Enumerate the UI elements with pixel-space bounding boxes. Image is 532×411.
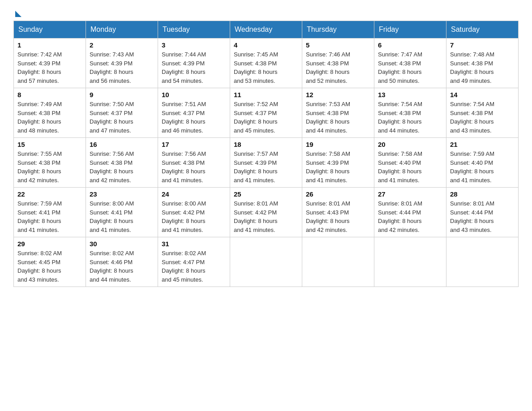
day-number: 21	[450, 141, 515, 148]
day-info: Sunrise: 7:57 AM Sunset: 4:39 PM Dayligh…	[234, 150, 298, 184]
day-info: Sunrise: 7:56 AM Sunset: 4:38 PM Dayligh…	[90, 150, 154, 184]
calendar-cell: 7 Sunrise: 7:48 AM Sunset: 4:38 PM Dayli…	[446, 39, 519, 88]
day-info: Sunrise: 8:02 AM Sunset: 4:47 PM Dayligh…	[162, 249, 226, 284]
day-number: 10	[162, 91, 226, 98]
calendar-cell: 17 Sunrise: 7:56 AM Sunset: 4:38 PM Dayl…	[158, 138, 230, 188]
weekday-header-wednesday: Wednesday	[230, 21, 302, 39]
week-row-2: 8 Sunrise: 7:49 AM Sunset: 4:38 PM Dayli…	[14, 88, 519, 138]
calendar-cell: 25 Sunrise: 8:01 AM Sunset: 4:42 PM Dayl…	[230, 188, 302, 237]
day-info: Sunrise: 7:51 AM Sunset: 4:37 PM Dayligh…	[162, 100, 226, 135]
calendar-cell: 23 Sunrise: 8:00 AM Sunset: 4:41 PM Dayl…	[86, 188, 158, 237]
day-number: 11	[234, 91, 298, 98]
week-row-4: 22 Sunrise: 7:59 AM Sunset: 4:41 PM Dayl…	[14, 188, 519, 237]
day-info: Sunrise: 7:50 AM Sunset: 4:37 PM Dayligh…	[90, 100, 154, 135]
day-number: 28	[450, 190, 515, 198]
calendar-cell: 15 Sunrise: 7:55 AM Sunset: 4:38 PM Dayl…	[14, 138, 86, 188]
calendar-cell: 10 Sunrise: 7:51 AM Sunset: 4:37 PM Dayl…	[158, 88, 230, 138]
calendar-cell: 29 Sunrise: 8:02 AM Sunset: 4:45 PM Dayl…	[14, 237, 86, 287]
day-number: 15	[17, 141, 82, 148]
calendar-cell: 11 Sunrise: 7:52 AM Sunset: 4:37 PM Dayl…	[230, 88, 302, 138]
day-info: Sunrise: 7:58 AM Sunset: 4:40 PM Dayligh…	[378, 150, 442, 184]
day-number: 27	[378, 190, 442, 198]
day-info: Sunrise: 8:02 AM Sunset: 4:46 PM Dayligh…	[90, 249, 154, 284]
day-info: Sunrise: 7:56 AM Sunset: 4:38 PM Dayligh…	[162, 150, 226, 184]
day-number: 18	[234, 141, 298, 148]
weekday-header-monday: Monday	[86, 21, 158, 39]
day-number: 20	[378, 141, 442, 148]
calendar-cell: 31 Sunrise: 8:02 AM Sunset: 4:47 PM Dayl…	[158, 237, 230, 287]
day-number: 24	[162, 190, 226, 198]
day-info: Sunrise: 7:47 AM Sunset: 4:38 PM Dayligh…	[378, 50, 442, 85]
calendar-cell	[446, 237, 519, 287]
calendar-cell: 24 Sunrise: 8:00 AM Sunset: 4:42 PM Dayl…	[158, 188, 230, 237]
weekday-header-row: SundayMondayTuesdayWednesdayThursdayFrid…	[14, 21, 519, 39]
day-number: 26	[306, 190, 370, 198]
week-row-5: 29 Sunrise: 8:02 AM Sunset: 4:45 PM Dayl…	[14, 237, 519, 287]
calendar-cell: 20 Sunrise: 7:58 AM Sunset: 4:40 PM Dayl…	[374, 138, 446, 188]
day-info: Sunrise: 7:55 AM Sunset: 4:38 PM Dayligh…	[17, 150, 82, 184]
day-info: Sunrise: 8:02 AM Sunset: 4:45 PM Dayligh…	[17, 249, 82, 284]
day-number: 7	[450, 41, 515, 49]
day-info: Sunrise: 7:43 AM Sunset: 4:39 PM Dayligh…	[90, 50, 154, 85]
calendar-cell: 5 Sunrise: 7:46 AM Sunset: 4:38 PM Dayli…	[302, 39, 374, 88]
day-number: 9	[90, 91, 154, 98]
calendar-cell: 14 Sunrise: 7:54 AM Sunset: 4:38 PM Dayl…	[446, 88, 519, 138]
day-info: Sunrise: 8:01 AM Sunset: 4:44 PM Dayligh…	[378, 199, 442, 234]
day-number: 1	[17, 41, 82, 49]
calendar-cell: 27 Sunrise: 8:01 AM Sunset: 4:44 PM Dayl…	[374, 188, 446, 237]
day-info: Sunrise: 8:01 AM Sunset: 4:44 PM Dayligh…	[450, 199, 515, 234]
calendar-cell: 2 Sunrise: 7:43 AM Sunset: 4:39 PM Dayli…	[86, 39, 158, 88]
weekday-header-saturday: Saturday	[446, 21, 519, 39]
calendar-cell: 8 Sunrise: 7:49 AM Sunset: 4:38 PM Dayli…	[14, 88, 86, 138]
day-number: 2	[90, 41, 154, 49]
calendar-cell	[230, 237, 302, 287]
day-info: Sunrise: 7:59 AM Sunset: 4:41 PM Dayligh…	[17, 199, 82, 234]
weekday-header-tuesday: Tuesday	[158, 21, 230, 39]
day-number: 12	[306, 91, 370, 98]
calendar-cell: 19 Sunrise: 7:58 AM Sunset: 4:39 PM Dayl…	[302, 138, 374, 188]
day-number: 25	[234, 190, 298, 198]
day-info: Sunrise: 7:48 AM Sunset: 4:38 PM Dayligh…	[450, 50, 515, 85]
day-info: Sunrise: 8:01 AM Sunset: 4:42 PM Dayligh…	[234, 199, 298, 234]
day-info: Sunrise: 7:58 AM Sunset: 4:39 PM Dayligh…	[306, 150, 370, 184]
day-info: Sunrise: 7:53 AM Sunset: 4:38 PM Dayligh…	[306, 100, 370, 135]
day-number: 13	[378, 91, 442, 98]
day-number: 30	[90, 240, 154, 248]
day-number: 4	[234, 41, 298, 49]
day-number: 19	[306, 141, 370, 148]
calendar-table: SundayMondayTuesdayWednesdayThursdayFrid…	[13, 21, 519, 287]
week-row-1: 1 Sunrise: 7:42 AM Sunset: 4:39 PM Dayli…	[14, 39, 519, 88]
calendar-cell	[374, 237, 446, 287]
day-number: 3	[162, 41, 226, 49]
day-number: 6	[378, 41, 442, 49]
day-number: 16	[90, 141, 154, 148]
calendar-cell: 28 Sunrise: 8:01 AM Sunset: 4:44 PM Dayl…	[446, 188, 519, 237]
calendar-cell: 21 Sunrise: 7:59 AM Sunset: 4:40 PM Dayl…	[446, 138, 519, 188]
day-number: 29	[17, 240, 82, 248]
calendar-cell: 4 Sunrise: 7:45 AM Sunset: 4:38 PM Dayli…	[230, 39, 302, 88]
logo-triangle-icon	[15, 11, 21, 17]
calendar-cell: 13 Sunrise: 7:54 AM Sunset: 4:38 PM Dayl…	[374, 88, 446, 138]
calendar-cell: 9 Sunrise: 7:50 AM Sunset: 4:37 PM Dayli…	[86, 88, 158, 138]
day-number: 23	[90, 190, 154, 198]
calendar-cell: 12 Sunrise: 7:53 AM Sunset: 4:38 PM Dayl…	[302, 88, 374, 138]
day-number: 17	[162, 141, 226, 148]
day-number: 31	[162, 240, 226, 248]
day-number: 5	[306, 41, 370, 49]
calendar-cell: 26 Sunrise: 8:01 AM Sunset: 4:43 PM Dayl…	[302, 188, 374, 237]
calendar-cell: 6 Sunrise: 7:47 AM Sunset: 4:38 PM Dayli…	[374, 39, 446, 88]
week-row-3: 15 Sunrise: 7:55 AM Sunset: 4:38 PM Dayl…	[14, 138, 519, 188]
weekday-header-friday: Friday	[374, 21, 446, 39]
logo	[13, 9, 21, 16]
calendar-cell: 30 Sunrise: 8:02 AM Sunset: 4:46 PM Dayl…	[86, 237, 158, 287]
calendar-cell: 16 Sunrise: 7:56 AM Sunset: 4:38 PM Dayl…	[86, 138, 158, 188]
calendar-cell: 22 Sunrise: 7:59 AM Sunset: 4:41 PM Dayl…	[14, 188, 86, 237]
weekday-header-thursday: Thursday	[302, 21, 374, 39]
page-header	[13, 9, 519, 16]
weekday-header-sunday: Sunday	[14, 21, 86, 39]
day-info: Sunrise: 7:42 AM Sunset: 4:39 PM Dayligh…	[17, 50, 82, 85]
day-number: 14	[450, 91, 515, 98]
day-info: Sunrise: 8:00 AM Sunset: 4:41 PM Dayligh…	[90, 199, 154, 234]
day-info: Sunrise: 8:01 AM Sunset: 4:43 PM Dayligh…	[306, 199, 370, 234]
day-info: Sunrise: 7:49 AM Sunset: 4:38 PM Dayligh…	[17, 100, 82, 135]
